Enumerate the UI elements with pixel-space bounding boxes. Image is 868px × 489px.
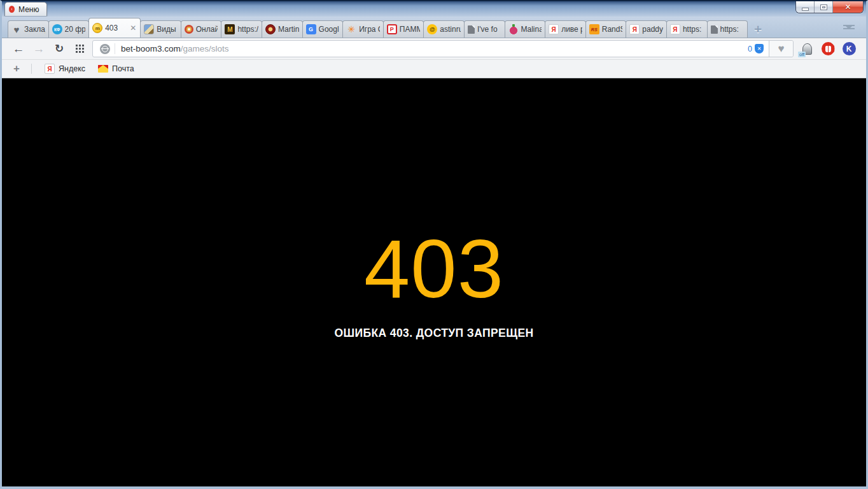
forward-button[interactable]: →: [29, 40, 49, 58]
browser-tab[interactable]: Заклад: [8, 20, 49, 38]
raspberry-icon: [508, 24, 519, 34]
flower-icon: [346, 24, 356, 34]
tab-list-icon: [843, 25, 855, 30]
browser-tab[interactable]: https:: [707, 20, 748, 38]
page-icon: [468, 25, 475, 34]
opera-logo-icon: [9, 6, 15, 13]
tab-label: Заклад: [24, 25, 45, 34]
browser-window: Меню ✕ Заклад20 фр403✕ВидыОнлайhttps:/Ma…: [0, 0, 868, 489]
heart-icon: ♥: [778, 43, 784, 55]
opera-menu-button[interactable]: Меню: [4, 2, 47, 16]
minimize-button[interactable]: [796, 1, 815, 13]
tab-label: Онлай: [196, 25, 218, 34]
browser-tab[interactable]: https:: [666, 20, 708, 38]
extensions-area: off: [799, 42, 860, 56]
bookmark-page-button[interactable]: ♥: [769, 41, 793, 57]
title-bar: Меню ✕: [2, 1, 866, 17]
tab-label: ПАММ: [400, 25, 421, 34]
maximize-icon: [821, 5, 827, 10]
minimize-icon: [802, 8, 808, 10]
tab-label: Martin: [278, 25, 299, 34]
site-info-button[interactable]: [97, 41, 113, 57]
browser-tab[interactable]: Игра С: [342, 20, 384, 38]
roulette-icon: [265, 24, 276, 34]
browser-tab[interactable]: https:/: [221, 20, 262, 38]
shield-block-icon: [755, 44, 764, 53]
tab-label: https:/: [237, 25, 258, 34]
bookmark-items: ЯндексПочта: [38, 62, 141, 76]
k-circle-extension-button[interactable]: [842, 42, 856, 56]
bookmark-label: Почта: [112, 64, 134, 73]
mail-icon: [98, 65, 108, 73]
casino-coin-icon: [92, 23, 102, 33]
tab-label: Googl: [319, 25, 340, 34]
browser-tab[interactable]: I've fo: [464, 20, 505, 38]
tab-label: paddy: [642, 25, 663, 34]
yandex-icon: [549, 24, 559, 34]
reload-button[interactable]: ↻: [49, 40, 69, 58]
add-bookmark-button[interactable]: +: [8, 62, 25, 76]
tab-label: Виды: [157, 25, 178, 34]
blocked-count: 0: [748, 45, 752, 53]
browser-tab[interactable]: 403✕: [88, 18, 141, 38]
tab-label: RandS: [602, 25, 623, 34]
browser-tab[interactable]: 20 фр: [48, 20, 90, 38]
plus-icon: +: [13, 62, 20, 75]
globe-icon: [100, 44, 110, 54]
browser-tab[interactable]: Виды: [140, 20, 181, 38]
browser-tab[interactable]: astinru: [423, 20, 465, 38]
browser-tab[interactable]: RandS: [585, 20, 627, 38]
adblock-counter-button[interactable]: 0: [743, 44, 769, 53]
new-tab-button[interactable]: +: [747, 20, 769, 38]
back-button[interactable]: ←: [8, 40, 29, 58]
browser-tab[interactable]: Онлай: [181, 20, 222, 38]
browser-tab[interactable]: ПАММ: [383, 20, 424, 38]
tab-close-button[interactable]: ✕: [129, 24, 137, 32]
close-button[interactable]: ✕: [833, 1, 863, 13]
hand-extension-button[interactable]: [821, 42, 835, 56]
close-icon: ✕: [844, 3, 851, 11]
extension-badge: off: [798, 52, 806, 57]
address-divider: [115, 43, 115, 54]
at-sign-icon: [427, 24, 437, 34]
tab-label: https:: [683, 25, 704, 34]
speed-dial-button[interactable]: [69, 40, 90, 58]
browser-tab[interactable]: Martin: [262, 20, 303, 38]
tab-label: https:: [720, 25, 745, 34]
error-message: ОШИБКА 403. ДОСТУП ЗАПРЕЩЕН: [335, 327, 534, 340]
heart-icon: [11, 24, 22, 34]
address-bar[interactable]: bet-boom3.com/games/slots 0 ♥: [92, 40, 794, 57]
bookmark-item[interactable]: Почта: [92, 62, 141, 76]
bookmark-item[interactable]: Яндекс: [38, 62, 92, 76]
browser-tab[interactable]: ливе р: [545, 20, 586, 38]
ghost-extension-button[interactable]: off: [800, 42, 814, 56]
translate-icon: [306, 24, 316, 34]
yandex-icon: [629, 24, 640, 34]
page-content: 403 ОШИБКА 403. ДОСТУП ЗАПРЕЩЕН: [2, 78, 866, 486]
grid-icon: [76, 45, 84, 53]
tab-bar: Заклад20 фр403✕ВидыОнлайhttps:/MartinGoo…: [2, 17, 866, 38]
tab-label: I've fo: [477, 25, 501, 34]
hand-icon: [822, 42, 835, 55]
url-field[interactable]: bet-boom3.com/games/slots: [121, 44, 743, 53]
tab-label: ливе р: [561, 25, 582, 34]
tab-label: 20 фр: [65, 25, 86, 34]
tab-label: astinru: [440, 25, 461, 34]
yandex-icon: [45, 64, 55, 74]
menu-button-label: Меню: [18, 5, 39, 14]
lifebuoy-icon: [185, 25, 193, 34]
browser-tab[interactable]: Googl: [302, 20, 344, 38]
bookmark-label: Яндекс: [59, 64, 85, 73]
tab-strip: Заклад20 фр403✕ВидыОнлайhttps:/MartinGoo…: [8, 18, 747, 38]
error-code: 403: [364, 227, 504, 310]
browser-tab[interactable]: Malina: [505, 20, 546, 38]
back-arrow-icon: ←: [13, 43, 25, 55]
url-host: bet-boom3.com: [121, 44, 181, 53]
page-icon: [711, 25, 718, 34]
tab-menu-button[interactable]: [841, 20, 857, 34]
browser-tab[interactable]: paddy: [626, 20, 667, 38]
maximize-button[interactable]: [815, 1, 833, 13]
tab-label: Игра С: [359, 25, 380, 34]
bookmarks-divider: [31, 64, 32, 74]
reload-icon: ↻: [55, 43, 64, 54]
